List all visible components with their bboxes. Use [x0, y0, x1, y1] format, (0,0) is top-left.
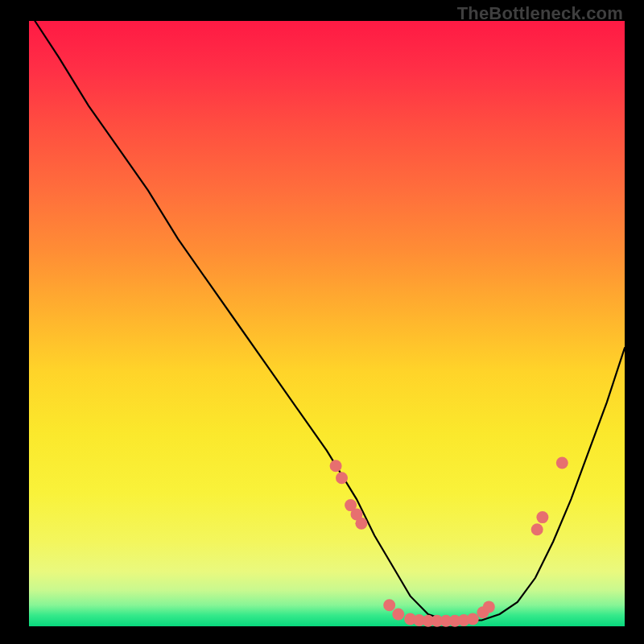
marker-group	[330, 457, 568, 627]
data-point	[556, 457, 568, 469]
data-point	[355, 518, 367, 530]
chart-frame: TheBottleneck.com	[0, 0, 644, 644]
curve-layer	[29, 21, 625, 626]
plot-area	[29, 21, 625, 626]
data-point	[392, 609, 404, 621]
data-point	[467, 613, 479, 625]
data-point	[483, 601, 495, 613]
data-point	[536, 511, 548, 523]
data-point	[531, 523, 543, 535]
watermark-text: TheBottleneck.com	[457, 3, 623, 24]
data-point	[330, 460, 342, 472]
data-point	[336, 472, 348, 484]
data-point	[383, 599, 395, 611]
